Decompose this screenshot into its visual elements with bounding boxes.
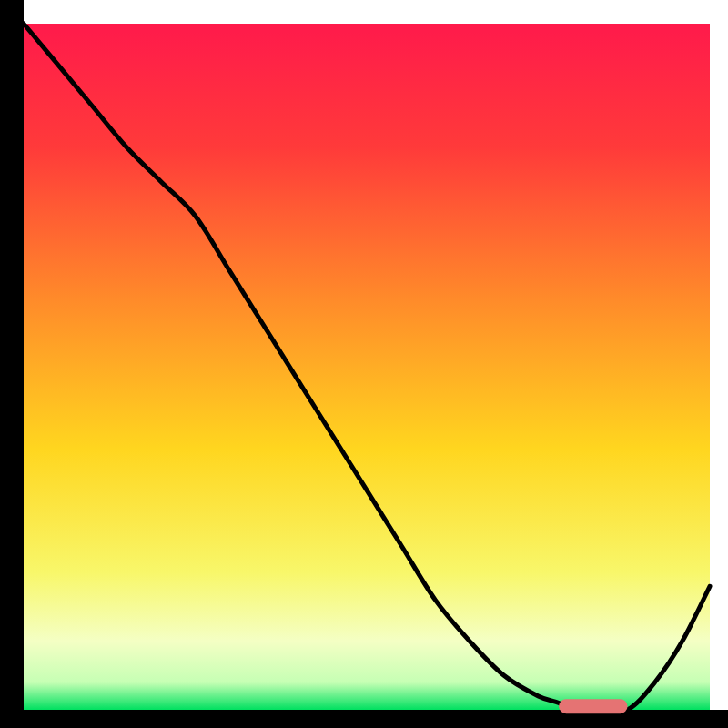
bottleneck-chart xyxy=(0,0,728,728)
chart-container: TheBottleneck.com xyxy=(0,0,728,728)
y-axis-bar xyxy=(0,0,24,728)
optimal-marker xyxy=(559,699,627,713)
gradient-background-2 xyxy=(24,24,710,710)
frame-right-mask xyxy=(710,0,728,728)
frame-top-mask xyxy=(24,0,728,24)
